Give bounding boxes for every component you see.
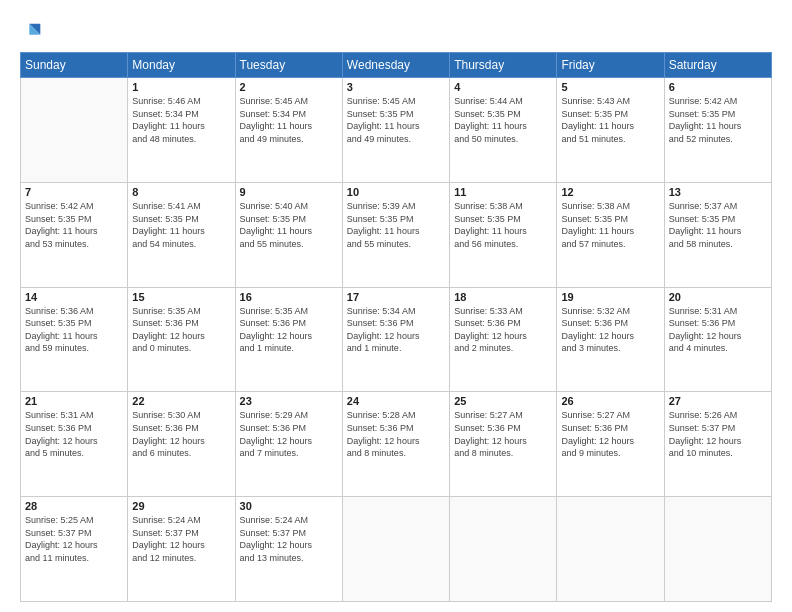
day-cell: 18Sunrise: 5:33 AM Sunset: 5:36 PM Dayli…: [450, 287, 557, 392]
day-cell: 22Sunrise: 5:30 AM Sunset: 5:36 PM Dayli…: [128, 392, 235, 497]
day-cell: 6Sunrise: 5:42 AM Sunset: 5:35 PM Daylig…: [664, 78, 771, 183]
day-info: Sunrise: 5:37 AM Sunset: 5:35 PM Dayligh…: [669, 200, 767, 250]
day-number: 21: [25, 395, 123, 407]
day-number: 19: [561, 291, 659, 303]
logo-general: [20, 18, 44, 42]
day-number: 30: [240, 500, 338, 512]
day-number: 17: [347, 291, 445, 303]
day-info: Sunrise: 5:32 AM Sunset: 5:36 PM Dayligh…: [561, 305, 659, 355]
day-cell: 23Sunrise: 5:29 AM Sunset: 5:36 PM Dayli…: [235, 392, 342, 497]
day-number: 15: [132, 291, 230, 303]
day-cell: 15Sunrise: 5:35 AM Sunset: 5:36 PM Dayli…: [128, 287, 235, 392]
day-cell: 24Sunrise: 5:28 AM Sunset: 5:36 PM Dayli…: [342, 392, 449, 497]
day-number: 3: [347, 81, 445, 93]
day-cell: 19Sunrise: 5:32 AM Sunset: 5:36 PM Dayli…: [557, 287, 664, 392]
day-number: 28: [25, 500, 123, 512]
day-cell: 5Sunrise: 5:43 AM Sunset: 5:35 PM Daylig…: [557, 78, 664, 183]
day-info: Sunrise: 5:38 AM Sunset: 5:35 PM Dayligh…: [561, 200, 659, 250]
weekday-header-friday: Friday: [557, 53, 664, 78]
day-number: 2: [240, 81, 338, 93]
day-number: 9: [240, 186, 338, 198]
day-cell: 7Sunrise: 5:42 AM Sunset: 5:35 PM Daylig…: [21, 182, 128, 287]
weekday-header-monday: Monday: [128, 53, 235, 78]
day-cell: [450, 497, 557, 602]
week-row-1: 1Sunrise: 5:46 AM Sunset: 5:34 PM Daylig…: [21, 78, 772, 183]
day-number: 24: [347, 395, 445, 407]
day-cell: [557, 497, 664, 602]
day-info: Sunrise: 5:30 AM Sunset: 5:36 PM Dayligh…: [132, 409, 230, 459]
day-number: 29: [132, 500, 230, 512]
day-info: Sunrise: 5:34 AM Sunset: 5:36 PM Dayligh…: [347, 305, 445, 355]
day-cell: 20Sunrise: 5:31 AM Sunset: 5:36 PM Dayli…: [664, 287, 771, 392]
day-info: Sunrise: 5:26 AM Sunset: 5:37 PM Dayligh…: [669, 409, 767, 459]
day-cell: 26Sunrise: 5:27 AM Sunset: 5:36 PM Dayli…: [557, 392, 664, 497]
day-cell: [664, 497, 771, 602]
day-info: Sunrise: 5:31 AM Sunset: 5:36 PM Dayligh…: [669, 305, 767, 355]
day-cell: 13Sunrise: 5:37 AM Sunset: 5:35 PM Dayli…: [664, 182, 771, 287]
day-cell: 21Sunrise: 5:31 AM Sunset: 5:36 PM Dayli…: [21, 392, 128, 497]
day-info: Sunrise: 5:27 AM Sunset: 5:36 PM Dayligh…: [454, 409, 552, 459]
day-number: 23: [240, 395, 338, 407]
day-info: Sunrise: 5:42 AM Sunset: 5:35 PM Dayligh…: [25, 200, 123, 250]
week-row-2: 7Sunrise: 5:42 AM Sunset: 5:35 PM Daylig…: [21, 182, 772, 287]
day-info: Sunrise: 5:25 AM Sunset: 5:37 PM Dayligh…: [25, 514, 123, 564]
day-info: Sunrise: 5:24 AM Sunset: 5:37 PM Dayligh…: [132, 514, 230, 564]
day-cell: 28Sunrise: 5:25 AM Sunset: 5:37 PM Dayli…: [21, 497, 128, 602]
day-info: Sunrise: 5:43 AM Sunset: 5:35 PM Dayligh…: [561, 95, 659, 145]
page: SundayMondayTuesdayWednesdayThursdayFrid…: [0, 0, 792, 612]
day-cell: 27Sunrise: 5:26 AM Sunset: 5:37 PM Dayli…: [664, 392, 771, 497]
header: [20, 18, 772, 42]
week-row-5: 28Sunrise: 5:25 AM Sunset: 5:37 PM Dayli…: [21, 497, 772, 602]
weekday-header-wednesday: Wednesday: [342, 53, 449, 78]
day-number: 22: [132, 395, 230, 407]
day-cell: 11Sunrise: 5:38 AM Sunset: 5:35 PM Dayli…: [450, 182, 557, 287]
day-number: 13: [669, 186, 767, 198]
day-number: 7: [25, 186, 123, 198]
day-info: Sunrise: 5:36 AM Sunset: 5:35 PM Dayligh…: [25, 305, 123, 355]
day-info: Sunrise: 5:33 AM Sunset: 5:36 PM Dayligh…: [454, 305, 552, 355]
day-cell: 30Sunrise: 5:24 AM Sunset: 5:37 PM Dayli…: [235, 497, 342, 602]
day-info: Sunrise: 5:35 AM Sunset: 5:36 PM Dayligh…: [132, 305, 230, 355]
day-info: Sunrise: 5:39 AM Sunset: 5:35 PM Dayligh…: [347, 200, 445, 250]
day-cell: 12Sunrise: 5:38 AM Sunset: 5:35 PM Dayli…: [557, 182, 664, 287]
day-number: 25: [454, 395, 552, 407]
day-number: 5: [561, 81, 659, 93]
day-cell: 8Sunrise: 5:41 AM Sunset: 5:35 PM Daylig…: [128, 182, 235, 287]
day-info: Sunrise: 5:38 AM Sunset: 5:35 PM Dayligh…: [454, 200, 552, 250]
day-cell: [21, 78, 128, 183]
day-info: Sunrise: 5:45 AM Sunset: 5:34 PM Dayligh…: [240, 95, 338, 145]
day-number: 11: [454, 186, 552, 198]
weekday-header-sunday: Sunday: [21, 53, 128, 78]
day-cell: 16Sunrise: 5:35 AM Sunset: 5:36 PM Dayli…: [235, 287, 342, 392]
day-info: Sunrise: 5:44 AM Sunset: 5:35 PM Dayligh…: [454, 95, 552, 145]
day-number: 10: [347, 186, 445, 198]
day-info: Sunrise: 5:45 AM Sunset: 5:35 PM Dayligh…: [347, 95, 445, 145]
day-info: Sunrise: 5:24 AM Sunset: 5:37 PM Dayligh…: [240, 514, 338, 564]
day-number: 6: [669, 81, 767, 93]
day-number: 14: [25, 291, 123, 303]
day-cell: 3Sunrise: 5:45 AM Sunset: 5:35 PM Daylig…: [342, 78, 449, 183]
day-number: 27: [669, 395, 767, 407]
day-cell: 17Sunrise: 5:34 AM Sunset: 5:36 PM Dayli…: [342, 287, 449, 392]
day-cell: 10Sunrise: 5:39 AM Sunset: 5:35 PM Dayli…: [342, 182, 449, 287]
weekday-header-tuesday: Tuesday: [235, 53, 342, 78]
day-number: 8: [132, 186, 230, 198]
day-info: Sunrise: 5:31 AM Sunset: 5:36 PM Dayligh…: [25, 409, 123, 459]
week-row-3: 14Sunrise: 5:36 AM Sunset: 5:35 PM Dayli…: [21, 287, 772, 392]
weekday-header-saturday: Saturday: [664, 53, 771, 78]
day-number: 26: [561, 395, 659, 407]
day-cell: 14Sunrise: 5:36 AM Sunset: 5:35 PM Dayli…: [21, 287, 128, 392]
day-cell: [342, 497, 449, 602]
calendar-table: SundayMondayTuesdayWednesdayThursdayFrid…: [20, 52, 772, 602]
day-info: Sunrise: 5:46 AM Sunset: 5:34 PM Dayligh…: [132, 95, 230, 145]
week-row-4: 21Sunrise: 5:31 AM Sunset: 5:36 PM Dayli…: [21, 392, 772, 497]
weekday-header-thursday: Thursday: [450, 53, 557, 78]
day-info: Sunrise: 5:41 AM Sunset: 5:35 PM Dayligh…: [132, 200, 230, 250]
day-number: 16: [240, 291, 338, 303]
day-cell: 2Sunrise: 5:45 AM Sunset: 5:34 PM Daylig…: [235, 78, 342, 183]
day-number: 1: [132, 81, 230, 93]
day-info: Sunrise: 5:29 AM Sunset: 5:36 PM Dayligh…: [240, 409, 338, 459]
day-info: Sunrise: 5:27 AM Sunset: 5:36 PM Dayligh…: [561, 409, 659, 459]
logo: [20, 18, 44, 42]
day-cell: 4Sunrise: 5:44 AM Sunset: 5:35 PM Daylig…: [450, 78, 557, 183]
